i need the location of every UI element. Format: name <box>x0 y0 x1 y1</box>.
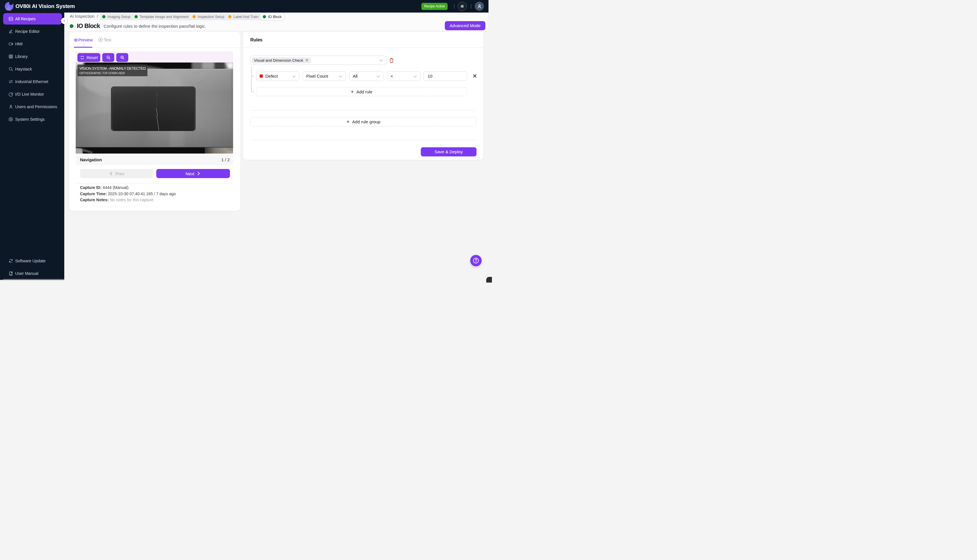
svg-text:ORTHOGRAPHIC TOP-DOWN VIEW: ORTHOGRAPHIC TOP-DOWN VIEW <box>79 72 125 75</box>
svg-text:VISION SYSTEM - ANOMALY DETECT: VISION SYSTEM - ANOMALY DETECTED <box>79 66 146 70</box>
